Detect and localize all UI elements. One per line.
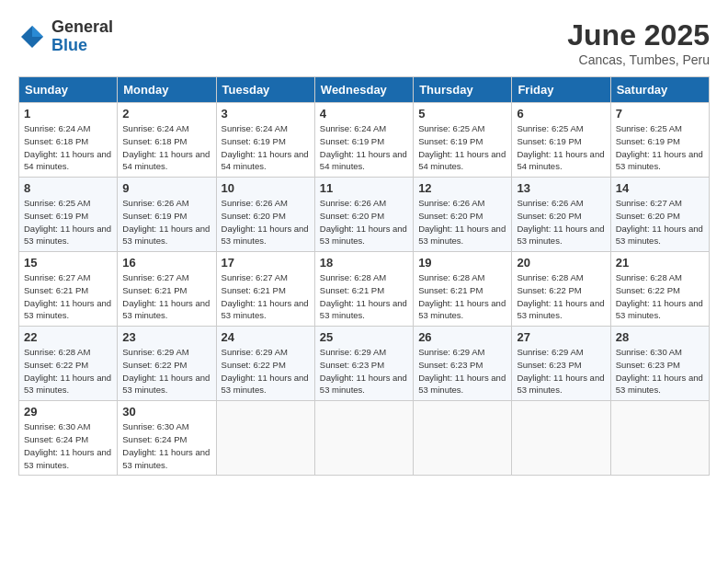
day-number: 18: [320, 256, 408, 270]
table-row: 30 Sunrise: 6:30 AM Sunset: 6:24 PM Dayl…: [118, 401, 216, 476]
daylight-label: Daylight: 11 hours and 53 minutes.: [222, 224, 309, 247]
svg-marker-1: [32, 26, 43, 37]
day-info: Sunrise: 6:25 AM Sunset: 6:19 PM Dayligh…: [418, 122, 506, 173]
table-row: 2 Sunrise: 6:24 AM Sunset: 6:18 PM Dayli…: [118, 103, 216, 178]
day-number: 5: [418, 107, 506, 121]
daylight-label: Daylight: 11 hours and 53 minutes.: [418, 373, 506, 396]
table-row: 15 Sunrise: 6:27 AM Sunset: 6:21 PM Dayl…: [19, 252, 118, 327]
daylight-label: Daylight: 11 hours and 54 minutes.: [122, 149, 210, 172]
table-row: 11 Sunrise: 6:26 AM Sunset: 6:20 PM Dayl…: [314, 178, 413, 252]
table-row: 29 Sunrise: 6:30 AM Sunset: 6:24 PM Dayl…: [19, 401, 118, 476]
day-number: 13: [517, 181, 605, 195]
calendar-week-row: 15 Sunrise: 6:27 AM Sunset: 6:21 PM Dayl…: [19, 252, 710, 327]
sunrise-label: Sunrise: 6:29 AM: [517, 347, 583, 357]
day-info: Sunrise: 6:25 AM Sunset: 6:19 PM Dayligh…: [24, 197, 112, 247]
calendar-week-row: 29 Sunrise: 6:30 AM Sunset: 6:24 PM Dayl…: [19, 401, 710, 476]
day-info: Sunrise: 6:25 AM Sunset: 6:19 PM Dayligh…: [616, 122, 704, 173]
day-info: Sunrise: 6:29 AM Sunset: 6:23 PM Dayligh…: [517, 346, 605, 396]
sunrise-label: Sunrise: 6:29 AM: [222, 347, 288, 357]
col-thursday: Thursday: [414, 77, 512, 103]
table-row: 10 Sunrise: 6:26 AM Sunset: 6:20 PM Dayl…: [216, 178, 314, 252]
day-number: 3: [222, 107, 310, 121]
day-info: Sunrise: 6:30 AM Sunset: 6:24 PM Dayligh…: [122, 420, 210, 471]
sunset-label: Sunset: 6:19 PM: [222, 136, 286, 146]
table-row: 27 Sunrise: 6:29 AM Sunset: 6:23 PM Dayl…: [512, 327, 610, 401]
daylight-label: Daylight: 11 hours and 53 minutes.: [418, 298, 506, 321]
sunrise-label: Sunrise: 6:25 AM: [517, 123, 583, 133]
sunrise-label: Sunrise: 6:26 AM: [418, 198, 484, 208]
day-info: Sunrise: 6:26 AM Sunset: 6:19 PM Dayligh…: [122, 197, 210, 247]
day-number: 29: [24, 405, 112, 419]
table-row: 24 Sunrise: 6:29 AM Sunset: 6:22 PM Dayl…: [216, 327, 314, 401]
sunrise-label: Sunrise: 6:25 AM: [418, 123, 484, 133]
daylight-label: Daylight: 11 hours and 53 minutes.: [616, 224, 703, 247]
daylight-label: Daylight: 11 hours and 53 minutes.: [24, 447, 111, 470]
day-info: Sunrise: 6:27 AM Sunset: 6:20 PM Dayligh…: [616, 197, 704, 247]
day-info: Sunrise: 6:27 AM Sunset: 6:21 PM Dayligh…: [24, 271, 112, 322]
daylight-label: Daylight: 11 hours and 53 minutes.: [24, 373, 111, 396]
daylight-label: Daylight: 11 hours and 53 minutes.: [24, 298, 111, 321]
sunset-label: Sunset: 6:18 PM: [122, 136, 187, 146]
day-number: 15: [24, 256, 112, 270]
day-number: 1: [24, 107, 112, 121]
day-info: Sunrise: 6:29 AM Sunset: 6:22 PM Dayligh…: [222, 346, 310, 396]
sunset-label: Sunset: 6:20 PM: [418, 211, 483, 221]
day-number: 27: [517, 330, 605, 344]
sunrise-label: Sunrise: 6:26 AM: [122, 198, 188, 208]
table-row: 13 Sunrise: 6:26 AM Sunset: 6:20 PM Dayl…: [512, 178, 610, 252]
table-row: 23 Sunrise: 6:29 AM Sunset: 6:22 PM Dayl…: [118, 327, 216, 401]
sunrise-label: Sunrise: 6:28 AM: [517, 272, 583, 282]
sunset-label: Sunset: 6:23 PM: [418, 360, 483, 370]
table-row: 4 Sunrise: 6:24 AM Sunset: 6:19 PM Dayli…: [314, 103, 413, 178]
day-number: 4: [320, 107, 408, 121]
sunset-label: Sunset: 6:22 PM: [222, 360, 286, 370]
sunrise-label: Sunrise: 6:26 AM: [320, 198, 386, 208]
day-number: 22: [24, 330, 112, 344]
table-row: 14 Sunrise: 6:27 AM Sunset: 6:20 PM Dayl…: [610, 178, 709, 252]
day-info: Sunrise: 6:30 AM Sunset: 6:24 PM Dayligh…: [24, 420, 112, 471]
logo-blue-text: Blue: [51, 37, 113, 55]
table-row: 28 Sunrise: 6:30 AM Sunset: 6:23 PM Dayl…: [610, 327, 709, 401]
table-row: 8 Sunrise: 6:25 AM Sunset: 6:19 PM Dayli…: [19, 178, 118, 252]
day-number: 21: [616, 256, 704, 270]
sunset-label: Sunset: 6:19 PM: [122, 211, 187, 221]
day-info: Sunrise: 6:30 AM Sunset: 6:23 PM Dayligh…: [616, 346, 704, 396]
table-row: [512, 401, 610, 476]
daylight-label: Daylight: 11 hours and 53 minutes.: [320, 298, 407, 321]
sunrise-label: Sunrise: 6:30 AM: [24, 421, 90, 431]
sunrise-label: Sunrise: 6:27 AM: [222, 272, 288, 282]
day-info: Sunrise: 6:28 AM Sunset: 6:22 PM Dayligh…: [616, 271, 704, 322]
daylight-label: Daylight: 11 hours and 53 minutes.: [222, 298, 309, 321]
table-row: 5 Sunrise: 6:25 AM Sunset: 6:19 PM Dayli…: [414, 103, 512, 178]
sunset-label: Sunset: 6:23 PM: [616, 360, 680, 370]
daylight-label: Daylight: 11 hours and 54 minutes.: [418, 149, 506, 172]
daylight-label: Daylight: 11 hours and 53 minutes.: [517, 224, 604, 247]
day-info: Sunrise: 6:28 AM Sunset: 6:21 PM Dayligh…: [320, 271, 408, 322]
sunset-label: Sunset: 6:20 PM: [320, 211, 384, 221]
sunrise-label: Sunrise: 6:24 AM: [222, 123, 288, 133]
day-number: 20: [517, 256, 605, 270]
table-row: 26 Sunrise: 6:29 AM Sunset: 6:23 PM Dayl…: [414, 327, 512, 401]
daylight-label: Daylight: 11 hours and 53 minutes.: [616, 149, 703, 172]
day-number: 12: [418, 181, 506, 195]
daylight-label: Daylight: 11 hours and 53 minutes.: [122, 447, 210, 470]
day-info: Sunrise: 6:29 AM Sunset: 6:22 PM Dayligh…: [122, 346, 210, 396]
sunset-label: Sunset: 6:21 PM: [418, 285, 483, 295]
col-wednesday: Wednesday: [314, 77, 413, 103]
day-number: 9: [122, 181, 210, 195]
daylight-label: Daylight: 11 hours and 53 minutes.: [517, 298, 604, 321]
sunrise-label: Sunrise: 6:28 AM: [418, 272, 484, 282]
table-row: 12 Sunrise: 6:26 AM Sunset: 6:20 PM Dayl…: [414, 178, 512, 252]
sunset-label: Sunset: 6:22 PM: [517, 285, 581, 295]
sunset-label: Sunset: 6:23 PM: [517, 360, 581, 370]
table-row: 9 Sunrise: 6:26 AM Sunset: 6:19 PM Dayli…: [118, 178, 216, 252]
day-number: 26: [418, 330, 506, 344]
day-number: 17: [222, 256, 310, 270]
sunset-label: Sunset: 6:20 PM: [616, 211, 680, 221]
day-info: Sunrise: 6:24 AM Sunset: 6:19 PM Dayligh…: [320, 122, 408, 173]
table-row: [414, 401, 512, 476]
day-number: 24: [222, 330, 310, 344]
sunrise-label: Sunrise: 6:28 AM: [616, 272, 682, 282]
col-friday: Friday: [512, 77, 610, 103]
daylight-label: Daylight: 11 hours and 54 minutes.: [517, 149, 604, 172]
